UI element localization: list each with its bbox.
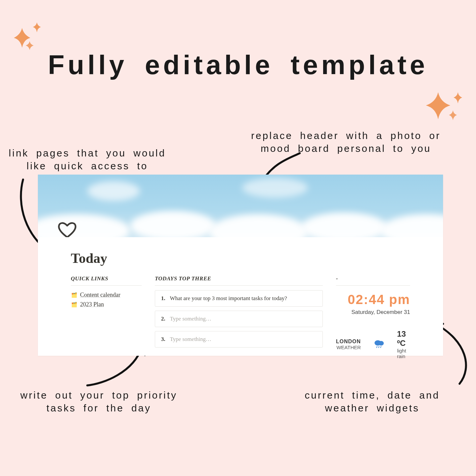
header-cover[interactable] (38, 175, 443, 237)
template-card: Today QUICK LINKS 🗂️ Content calendar 🗂️… (38, 175, 443, 356)
svg-line-3 (378, 346, 379, 348)
task-item[interactable]: 3. Type something… (155, 331, 323, 348)
clock-widget: 02:44 pm Saturday, December 31 (336, 292, 410, 316)
task-text[interactable]: What are your top 3 most important tasks… (170, 295, 287, 302)
quick-link-item[interactable]: 🗂️ 2023 Plan (71, 300, 142, 309)
page-icon: 🗂️ (71, 292, 77, 298)
clock-time: 02:44 pm (336, 292, 410, 307)
weather-desc: light rain (397, 348, 410, 359)
annotation-links: link pages that you wouldlike quick acce… (0, 147, 175, 172)
sparkle-icon (423, 89, 466, 128)
annotation-tasks: write out your top prioritytasks for the… (7, 389, 191, 414)
section-label-quick-links: QUICK LINKS (71, 275, 142, 286)
task-number: 3. (161, 336, 165, 343)
task-item[interactable]: 1. What are your top 3 most important ta… (155, 290, 323, 307)
weather-temp: 13 ºC (397, 329, 410, 348)
top-three-column: TODAYS TOP THREE 1. What are your top 3 … (155, 275, 323, 359)
task-number: 2. (161, 316, 165, 322)
quick-link-item[interactable]: 🗂️ Content calendar (71, 290, 142, 300)
quick-links-column: QUICK LINKS 🗂️ Content calendar 🗂️ 2023 … (71, 275, 142, 359)
section-label-top-three: TODAYS TOP THREE (155, 275, 323, 286)
task-text[interactable]: Type something… (170, 316, 211, 322)
page-icon: 🗂️ (71, 302, 77, 308)
heart-icon[interactable] (58, 221, 77, 237)
weather-city: LONDON (336, 339, 361, 345)
task-number: 1. (161, 295, 165, 302)
page-title[interactable]: Today (71, 250, 410, 266)
weather-widget: LONDON WEATHER 13 ºC (336, 329, 410, 359)
task-text[interactable]: Type something… (170, 336, 211, 343)
svg-point-1 (378, 341, 384, 346)
svg-line-2 (377, 346, 377, 348)
main-heading: Fully editable template (0, 49, 476, 80)
quick-link-label: Content calendar (80, 292, 120, 298)
task-item[interactable]: 2. Type something… (155, 311, 323, 327)
quick-link-label: 2023 Plan (80, 301, 104, 308)
weather-label: WEATHER (336, 345, 361, 350)
section-label-widgets: - (336, 275, 410, 286)
annotation-header: replace header with a photo ormood board… (224, 129, 468, 155)
rain-cloud-icon (373, 338, 384, 350)
annotation-widgets: current time, date andweather widgets (283, 389, 461, 414)
svg-line-4 (380, 346, 381, 348)
widgets-column: - 02:44 pm Saturday, December 31 LONDON … (336, 275, 410, 359)
clock-date: Saturday, December 31 (336, 309, 410, 316)
